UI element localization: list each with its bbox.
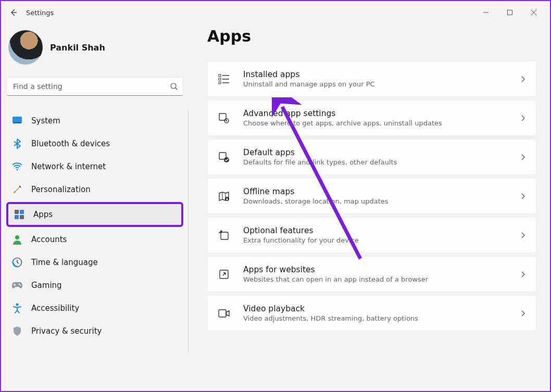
card-title: Installed apps (243, 70, 507, 79)
card-apps-for-websites[interactable]: Apps for websitesWebsites that can open … (207, 256, 536, 292)
nav: System Bluetooth & devices Network & int… (6, 110, 183, 342)
card-optional-features[interactable]: Optional featuresExtra functionality for… (207, 217, 536, 253)
search-input[interactable] (6, 77, 183, 96)
sidebar-item-network[interactable]: Network & internet (6, 156, 183, 177)
chevron-right-icon (519, 115, 527, 122)
svg-point-11 (19, 284, 20, 285)
bluetooth-icon (11, 138, 23, 149)
chevron-right-icon (519, 310, 527, 317)
card-subtitle: Choose where to get apps, archive apps, … (243, 119, 507, 127)
highlight-box: Apps (6, 202, 183, 227)
svg-point-4 (17, 169, 18, 171)
shield-icon (11, 325, 23, 337)
svg-rect-2 (12, 117, 22, 123)
titlebar: Settings (1, 1, 550, 24)
card-video-playback[interactable]: Video playbackVideo adjustments, HDR str… (207, 295, 536, 331)
chevron-right-icon (519, 232, 527, 239)
chevron-right-icon (519, 193, 527, 200)
clock-icon (11, 257, 23, 268)
card-subtitle: Websites that can open in an app instead… (243, 275, 507, 283)
sidebar-item-accounts[interactable]: Accounts (6, 229, 183, 250)
sidebar-item-label: Accessibility (31, 304, 79, 313)
content-pane: Apps Installed appsUninstall and manage … (189, 24, 550, 391)
card-offline-maps[interactable]: Offline mapsDownloads, storage location,… (207, 178, 536, 214)
card-title: Offline maps (243, 187, 507, 196)
svg-point-21 (224, 157, 229, 162)
list-icon (217, 72, 231, 86)
close-button[interactable] (522, 4, 546, 21)
sidebar-item-label: Privacy & security (31, 326, 102, 336)
person-icon (11, 234, 23, 245)
page-title: Apps (207, 27, 536, 45)
svg-point-13 (16, 304, 19, 306)
card-title: Default apps (243, 148, 507, 157)
svg-rect-14 (219, 74, 221, 77)
svg-rect-23 (221, 232, 228, 239)
svg-rect-7 (15, 215, 19, 219)
card-default-apps[interactable]: Default appsDefaults for file and link t… (207, 139, 536, 175)
sidebar-item-apps[interactable]: Apps (8, 204, 181, 225)
card-title: Apps for websites (243, 265, 507, 274)
sidebar: Pankil Shah System Bluetooth & devices N… (1, 24, 189, 391)
chevron-right-icon (519, 271, 527, 278)
maximize-button[interactable] (498, 4, 522, 21)
user-profile[interactable]: Pankil Shah (6, 24, 183, 77)
search-wrap (6, 77, 183, 96)
display-icon (11, 115, 23, 127)
app-plus-icon (217, 229, 231, 242)
avatar (8, 30, 43, 65)
sidebar-item-label: System (31, 116, 60, 125)
card-subtitle: Defaults for file and link types, other … (243, 158, 507, 166)
card-installed-apps[interactable]: Installed appsUninstall and manage apps … (207, 61, 536, 97)
svg-rect-15 (219, 78, 221, 80)
app-check-icon (217, 150, 231, 164)
sidebar-item-label: Personalization (31, 185, 91, 194)
svg-rect-5 (15, 210, 19, 214)
svg-rect-0 (508, 10, 512, 15)
chevron-right-icon (519, 154, 527, 161)
card-subtitle: Extra functionality for your device (243, 236, 507, 244)
card-subtitle: Uninstall and manage apps on your PC (243, 80, 507, 88)
accessibility-icon (11, 302, 23, 314)
app-gear-icon (217, 111, 231, 125)
sidebar-item-personalization[interactable]: Personalization (6, 179, 183, 200)
svg-point-9 (15, 235, 19, 239)
card-advanced-app-settings[interactable]: Advanced app settingsChoose where to get… (207, 100, 536, 136)
card-subtitle: Downloads, storage location, map updates (243, 197, 507, 205)
minimize-button[interactable] (474, 4, 498, 21)
paintbrush-icon (11, 184, 23, 195)
sidebar-item-accessibility[interactable]: Accessibility (6, 298, 183, 319)
svg-rect-16 (219, 82, 221, 84)
wifi-icon (11, 161, 23, 172)
video-icon (217, 307, 231, 320)
card-title: Advanced app settings (243, 109, 507, 118)
search-icon (170, 82, 178, 91)
open-external-icon (217, 268, 231, 281)
svg-point-19 (226, 120, 227, 121)
window-controls (474, 4, 546, 21)
sidebar-item-label: Apps (33, 210, 53, 219)
gamepad-icon (11, 280, 23, 291)
user-name: Pankil Shah (50, 43, 105, 53)
back-button[interactable] (5, 4, 22, 21)
cards: Installed appsUninstall and manage apps … (207, 61, 536, 331)
svg-rect-6 (20, 210, 24, 214)
sidebar-item-label: Bluetooth & devices (31, 139, 110, 148)
sidebar-item-label: Gaming (31, 281, 62, 290)
sidebar-item-privacy[interactable]: Privacy & security (6, 321, 183, 342)
sidebar-item-time[interactable]: Time & language (6, 252, 183, 273)
svg-rect-8 (20, 215, 24, 219)
sidebar-item-label: Time & language (31, 258, 98, 267)
card-title: Optional features (243, 226, 507, 235)
sidebar-item-label: Network & internet (31, 162, 106, 171)
svg-point-1 (171, 83, 176, 88)
sidebar-item-label: Accounts (31, 235, 67, 244)
sidebar-item-gaming[interactable]: Gaming (6, 275, 183, 296)
chevron-right-icon (519, 75, 527, 83)
app-title: Settings (26, 9, 54, 17)
svg-rect-3 (13, 122, 21, 123)
svg-rect-25 (219, 310, 226, 317)
sidebar-item-system[interactable]: System (6, 110, 183, 131)
apps-icon (14, 209, 25, 220)
sidebar-item-bluetooth[interactable]: Bluetooth & devices (6, 133, 183, 154)
